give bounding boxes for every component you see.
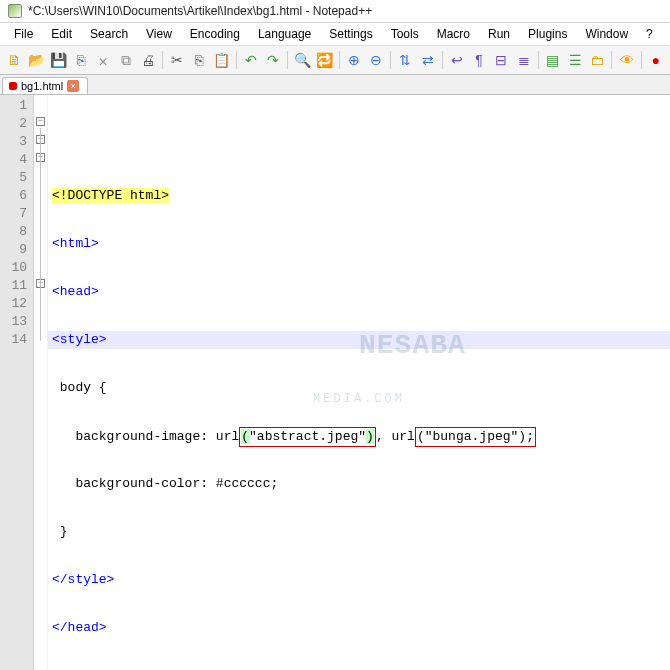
- line-number: 9: [4, 241, 27, 259]
- line-number: 10: [4, 259, 27, 277]
- tab-close-icon[interactable]: ×: [67, 80, 79, 92]
- replace-icon[interactable]: 🔁: [314, 49, 334, 71]
- fold-line: [40, 128, 41, 341]
- separator: [162, 51, 163, 69]
- highlight-box-2: ("bunga.jpeg");: [415, 427, 536, 447]
- code-token: <!DOCTYPE html>: [52, 188, 169, 203]
- modified-indicator-icon: [9, 82, 17, 90]
- separator: [339, 51, 340, 69]
- open-file-icon[interactable]: 📂: [26, 49, 46, 71]
- fold-toggle-icon[interactable]: −: [36, 117, 45, 126]
- window-title: *C:\Users\WIN10\Documents\Artikel\Index\…: [28, 4, 372, 18]
- undo-icon[interactable]: ↶: [241, 49, 261, 71]
- code-token: <style>: [52, 332, 107, 347]
- find-icon[interactable]: 🔍: [292, 49, 312, 71]
- code-token: body {: [52, 380, 107, 395]
- app-icon: [8, 4, 22, 18]
- code-editor[interactable]: 1 2 3 4 5 6 7 8 9 10 11 12 13 14 − − − −…: [0, 95, 670, 670]
- tab-label: bg1.html: [21, 80, 63, 92]
- zoom-out-icon[interactable]: ⊖: [366, 49, 386, 71]
- user-lang-icon[interactable]: ≣: [513, 49, 533, 71]
- line-number: 14: [4, 331, 27, 349]
- separator: [611, 51, 612, 69]
- separator: [236, 51, 237, 69]
- print-icon[interactable]: 🖨: [138, 49, 158, 71]
- monitor-icon[interactable]: 👁: [616, 49, 636, 71]
- save-icon[interactable]: 💾: [49, 49, 69, 71]
- code-token: </head>: [52, 620, 107, 635]
- zoom-in-icon[interactable]: ⊕: [344, 49, 364, 71]
- line-number: 13: [4, 313, 27, 331]
- menu-bar: File Edit Search View Encoding Language …: [0, 23, 670, 46]
- menu-plugins[interactable]: Plugins: [520, 25, 575, 43]
- line-number: 8: [4, 223, 27, 241]
- line-number: 4: [4, 151, 27, 169]
- sync-v-icon[interactable]: ⇅: [395, 49, 415, 71]
- window-titlebar: *C:\Users\WIN10\Documents\Artikel\Index\…: [0, 0, 670, 23]
- indent-guide-icon[interactable]: ⊟: [491, 49, 511, 71]
- line-number-gutter: 1 2 3 4 5 6 7 8 9 10 11 12 13 14: [0, 95, 34, 670]
- line-number: 11: [4, 277, 27, 295]
- separator: [287, 51, 288, 69]
- close-icon[interactable]: ⨉: [93, 49, 113, 71]
- menu-help[interactable]: ?: [638, 25, 661, 43]
- highlight-box-1: ("abstract.jpeg"): [239, 427, 376, 447]
- code-token: background-image:: [52, 429, 216, 444]
- tab-bar: bg1.html ×: [0, 75, 670, 95]
- menu-run[interactable]: Run: [480, 25, 518, 43]
- save-all-icon[interactable]: ⎘: [71, 49, 91, 71]
- line-number: 7: [4, 205, 27, 223]
- fold-column: − − − −: [34, 95, 48, 670]
- record-macro-icon[interactable]: ●: [646, 49, 666, 71]
- code-token: url: [216, 429, 239, 444]
- code-token: background-color: #cccccc;: [52, 476, 278, 491]
- line-number: 2: [4, 115, 27, 133]
- show-all-chars-icon[interactable]: ¶: [469, 49, 489, 71]
- new-file-icon[interactable]: 🗎: [4, 49, 24, 71]
- menu-window[interactable]: Window: [577, 25, 636, 43]
- code-token: }: [52, 524, 68, 539]
- line-number: 5: [4, 169, 27, 187]
- wordwrap-icon[interactable]: ↩: [447, 49, 467, 71]
- code-token: <head>: [52, 284, 99, 299]
- line-number: 3: [4, 133, 27, 151]
- menu-settings[interactable]: Settings: [321, 25, 380, 43]
- menu-macro[interactable]: Macro: [429, 25, 478, 43]
- separator: [538, 51, 539, 69]
- line-number: 6: [4, 187, 27, 205]
- code-content[interactable]: NESABA MEDIA.COM <!DOCTYPE html> <html> …: [48, 95, 670, 670]
- toolbar: 🗎 📂 💾 ⎘ ⨉ ⧉ 🖨 ✂ ⎘ 📋 ↶ ↷ 🔍 🔁 ⊕ ⊖ ⇅ ⇄ ↩ ¶ …: [0, 46, 670, 75]
- menu-file[interactable]: File: [6, 25, 41, 43]
- separator: [442, 51, 443, 69]
- code-token: </style>: [52, 572, 114, 587]
- close-all-icon[interactable]: ⧉: [115, 49, 135, 71]
- func-list-icon[interactable]: ☰: [565, 49, 585, 71]
- sync-h-icon[interactable]: ⇄: [417, 49, 437, 71]
- separator: [641, 51, 642, 69]
- paste-icon[interactable]: 📋: [211, 49, 231, 71]
- cut-icon[interactable]: ✂: [167, 49, 187, 71]
- menu-tools[interactable]: Tools: [383, 25, 427, 43]
- copy-icon[interactable]: ⎘: [189, 49, 209, 71]
- menu-language[interactable]: Language: [250, 25, 319, 43]
- menu-view[interactable]: View: [138, 25, 180, 43]
- code-token: <html>: [52, 236, 99, 251]
- redo-icon[interactable]: ↷: [263, 49, 283, 71]
- menu-encoding[interactable]: Encoding: [182, 25, 248, 43]
- tab-bg1[interactable]: bg1.html ×: [2, 77, 88, 94]
- folder-workspace-icon[interactable]: 🗀: [587, 49, 607, 71]
- menu-search[interactable]: Search: [82, 25, 136, 43]
- menu-edit[interactable]: Edit: [43, 25, 80, 43]
- line-number: 1: [4, 97, 27, 115]
- doc-map-icon[interactable]: ▤: [543, 49, 563, 71]
- separator: [390, 51, 391, 69]
- line-number: 12: [4, 295, 27, 313]
